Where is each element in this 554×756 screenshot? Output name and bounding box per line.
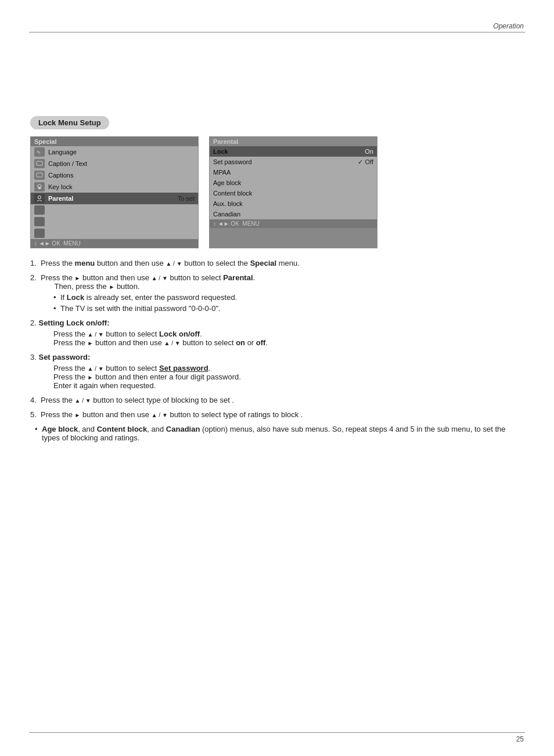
step-2-bullet2: The TV is set with the initial password … — [49, 304, 524, 313]
parental-icon — [34, 194, 45, 203]
icon-empty1 — [34, 205, 45, 215]
step-2b-num: 2. Setting Lock on/off: — [30, 319, 110, 327]
step-3-line2: Press the ► button and then enter a four… — [53, 372, 524, 381]
svg-point-5 — [38, 196, 41, 199]
step-4-text: 4. Press the ▲ / ▼ button to select type… — [30, 396, 234, 404]
left-menu-header: Special — [31, 137, 198, 146]
svg-rect-2 — [37, 173, 42, 177]
step-2: 2. Press the ► button and then use ▲ / ▼… — [30, 273, 524, 291]
step-2b-line1: Press the ▲ / ▼ button to select Lock on… — [53, 330, 524, 338]
menu-row-canadian: Canadian — [210, 209, 377, 219]
menu-screenshots: Special ✎ Language Caption / Text — [30, 136, 524, 248]
menu-row-empty2 — [31, 216, 198, 227]
final-note: Age block, and Content block, and Canadi… — [30, 425, 524, 442]
step-3-line1: Press the ▲ / ▼ button to select Set pas… — [53, 364, 524, 372]
right-menu-footer: ↕ ◄► OK MENU — [210, 219, 377, 228]
mpaa-label: MPAA — [213, 169, 373, 176]
step-2-line2: Then, press the ► button. — [30, 282, 140, 291]
step-2-line1: 2. Press the ► button and then use ▲ / ▼… — [30, 273, 255, 282]
step-5: 5. Press the ► button and then use ▲ / ▼… — [30, 410, 524, 419]
menu-row-ageblock: Age block — [210, 178, 377, 188]
step-3-line3: Enter it again when requested. — [53, 381, 524, 390]
menu-row-empty1 — [31, 204, 198, 216]
language-label: Language — [48, 149, 195, 155]
menu-row-parental: Parental To set — [31, 193, 198, 204]
step-2b-line2: Press the ► button and then use ▲ / ▼ bu… — [53, 338, 524, 347]
menu-row-setpassword: Set password ✓ Off — [210, 157, 377, 167]
captions-label: Captions — [48, 172, 195, 179]
svg-rect-1 — [37, 161, 42, 165]
setpassword-label: Set password — [213, 158, 353, 165]
menu-row-contentblock: Content block — [210, 188, 377, 198]
icon-empty2 — [34, 217, 45, 226]
setpassword-value: ✓ Off — [358, 158, 373, 166]
step-3: 3. Set password: — [30, 353, 524, 361]
menu-row-mpaa: MPAA — [210, 167, 377, 178]
left-menu-box: Special ✎ Language Caption / Text — [30, 136, 199, 248]
left-menu-footer: ↕ ◄► OK MENU — [31, 239, 198, 248]
parental-label: Parental — [48, 195, 173, 202]
menu-row-empty3 — [31, 227, 198, 239]
keylock-label: Key lock — [48, 183, 195, 190]
canadian-label: Canadian — [213, 211, 373, 218]
instructions-area: 1. Press the menu button and then use ▲ … — [30, 259, 524, 442]
page-number-value: 25 — [516, 735, 524, 743]
parental-value: To set — [178, 195, 195, 202]
lock-label: Lock — [213, 148, 360, 155]
main-content: Lock Menu Setup Special ✎ Language Capti… — [30, 41, 524, 724]
menu-row-auxblock: Aux. block — [210, 198, 377, 209]
step-5-text: 5. Press the ► button and then use ▲ / ▼… — [30, 410, 303, 419]
svg-text:✎: ✎ — [37, 150, 41, 155]
page-header: Operation — [493, 22, 524, 30]
final-note-text: Age block, and Content block, and Canadi… — [30, 425, 524, 442]
section-title: Lock Menu Setup — [30, 116, 109, 129]
step-1-num: 1. Press the menu button and then use ▲ … — [30, 259, 300, 267]
menu-row-language: ✎ Language — [31, 146, 198, 158]
ageblock-label: Age block — [213, 179, 373, 186]
right-menu-header: Parental — [210, 137, 377, 146]
section-label: Operation — [493, 22, 524, 30]
page-number: 25 — [516, 735, 524, 743]
right-menu-box: Parental Lock On Set password ✓ Off MPAA… — [209, 136, 377, 248]
caption-text-label: Caption / Text — [48, 160, 195, 167]
menu-row-keylock: Key lock — [31, 181, 198, 193]
keylock-icon — [34, 182, 45, 191]
bottom-rule — [29, 732, 525, 733]
step-3-num: 3. Set password: — [30, 353, 90, 361]
menu-row-captions: Captions — [31, 169, 198, 181]
step-2-bullets: If Lock is already set, enter the passwo… — [30, 293, 524, 313]
menu-row-caption-text: Caption / Text — [31, 158, 198, 169]
svg-rect-4 — [38, 187, 41, 189]
right-footer-text: ↕ ◄► OK MENU — [213, 220, 260, 227]
step-4: 4. Press the ▲ / ▼ button to select type… — [30, 396, 524, 404]
right-menu-body: Lock On Set password ✓ Off MPAA Age bloc… — [210, 146, 377, 219]
top-rule — [29, 32, 525, 32]
language-icon: ✎ — [34, 147, 45, 157]
step-2b-body: Press the ▲ / ▼ button to select Lock on… — [30, 330, 524, 347]
step-2b: 2. Setting Lock on/off: — [30, 319, 524, 327]
contentblock-label: Content block — [213, 190, 373, 197]
menu-row-lock: Lock On — [210, 146, 377, 157]
left-menu-body: ✎ Language Caption / Text Captions — [31, 146, 198, 239]
caption-text-icon — [34, 159, 45, 168]
auxblock-label: Aux. block — [213, 200, 373, 207]
icon-empty3 — [34, 229, 45, 238]
step-1: 1. Press the menu button and then use ▲ … — [30, 259, 524, 267]
captions-icon — [34, 171, 45, 180]
lock-value: On — [365, 148, 373, 155]
left-footer-text: ↕ ◄► OK MENU — [34, 240, 81, 247]
step-3-body: Press the ▲ / ▼ button to select Set pas… — [30, 364, 524, 390]
step-2-bullet1: If Lock is already set, enter the passwo… — [49, 293, 524, 302]
section-title-text: Lock Menu Setup — [38, 118, 101, 127]
